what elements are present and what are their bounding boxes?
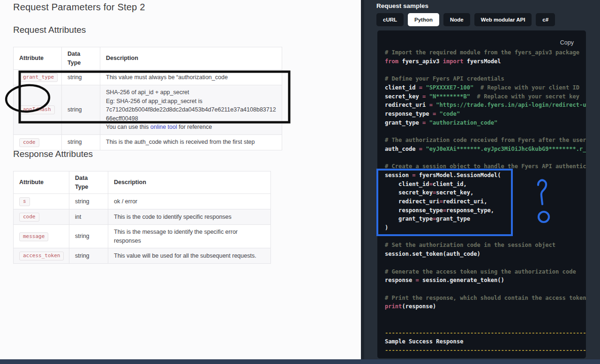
code-line: # Import the required module from the fy… xyxy=(385,48,586,57)
description-line: This is the code to identify specific re… xyxy=(114,213,265,222)
code-line: # Set the authorization code in the sess… xyxy=(385,241,586,250)
column-header: Description xyxy=(108,171,271,194)
tab-python[interactable]: Python xyxy=(408,13,439,26)
attribute-badge: appIdHash xyxy=(19,105,55,114)
code-block: Copy # Import the required module from t… xyxy=(377,30,586,358)
data-type-cell: string xyxy=(69,248,108,264)
request-samples-heading: Request samples xyxy=(376,2,428,9)
response-attributes-table: AttributeData TypeDescription sstringok … xyxy=(13,171,271,264)
code-line: session = fyersModel.SessionModel( xyxy=(385,171,586,180)
code-line: secret_key = "N********B" # Replace with… xyxy=(385,92,586,101)
code-line xyxy=(385,127,586,136)
column-header: Description xyxy=(100,47,282,70)
data-type-cell: string xyxy=(62,134,100,150)
description-cell: This is the auth_code which is received … xyxy=(100,134,282,150)
description-line: ok / error xyxy=(114,197,265,206)
code-line: secret_key=secret_key, xyxy=(385,188,586,197)
code-line xyxy=(385,259,586,267)
code-line xyxy=(385,320,586,329)
code-line: redirect_uri=redirect_uri, xyxy=(385,197,586,206)
code-line: ----------------------------------------… xyxy=(385,346,586,355)
code-line xyxy=(385,66,586,74)
description-line: SHA-256 of api_id + app_secret xyxy=(106,88,276,97)
description-cell: This value will be used for all the subs… xyxy=(108,248,271,264)
code-line: # Generate the access token using the au… xyxy=(385,267,586,276)
page-title: Request Parameters for Step 2 xyxy=(13,2,145,13)
description-line: This value will be used for all the subs… xyxy=(114,252,265,260)
attribute-badge: message xyxy=(19,232,48,241)
code-line: Sample Success Response xyxy=(385,337,586,346)
attribute-badge: access_token xyxy=(19,252,64,260)
language-tabs: cURLPythonNodeWeb modular APIc# xyxy=(376,13,555,26)
description-line: 7c7120d2b5004f8de22d8dc2da0453b4d7e6211e… xyxy=(106,105,276,114)
data-type-cell: string xyxy=(69,194,108,209)
column-header: Attribute xyxy=(14,47,62,70)
code-line: redirect_uri = "https://trade.fyers.in/a… xyxy=(385,101,586,110)
description-line: This is the message to identify the spec… xyxy=(114,228,265,245)
table-row: codeintThis is the code to identify spec… xyxy=(14,209,271,225)
tab-node[interactable]: Node xyxy=(443,13,470,26)
data-type-cell: string xyxy=(69,225,108,248)
request-attributes-table: AttributeData TypeDescription grant_type… xyxy=(13,47,282,150)
table-row: access_tokenstringThis value will be use… xyxy=(14,248,271,264)
code-line: response_type=response_type, xyxy=(385,206,586,215)
attribute-badge: code xyxy=(19,138,39,147)
column-header: Data Type xyxy=(69,171,108,194)
code-line: ----------------------------------------… xyxy=(385,329,586,338)
code-line: auth_code = "eyJ0eXAi*******.eyJpc3MiOiJ… xyxy=(385,145,586,154)
description-cell: ok / error xyxy=(108,194,271,209)
table-row: codestringThis is the auth_code which is… xyxy=(14,134,282,150)
code-content: # Import the required module from the fy… xyxy=(377,30,586,355)
tab-web-modular-api[interactable]: Web modular API xyxy=(474,13,532,26)
code-line: # Print the response, which should conta… xyxy=(385,294,586,303)
table-row: sstringok / error xyxy=(14,194,271,209)
code-line: response = session.generate_token() xyxy=(385,276,586,285)
code-line: ) xyxy=(385,223,586,232)
code-line: response_type = "code" xyxy=(385,110,586,119)
description-cell: This is the code to identify specific re… xyxy=(108,209,271,225)
response-attributes-heading: Response Attributes xyxy=(13,149,93,159)
description-line: Eg: SHA-256 of app_id:app_secret is xyxy=(106,97,276,106)
column-header: Attribute xyxy=(14,171,69,194)
tab-c-[interactable]: c# xyxy=(536,13,555,26)
data-type-cell: string xyxy=(62,70,100,85)
code-line: session.set_token(auth_code) xyxy=(385,250,586,259)
code-line: client_id = "SPXXXXE7-100" # Replace wit… xyxy=(385,83,586,92)
attribute-badge: grant_type xyxy=(19,73,58,82)
code-line: # Define your Fyers API credentials xyxy=(385,74,586,83)
data-type-cell: int xyxy=(69,209,108,225)
copy-button[interactable]: Copy xyxy=(560,39,574,46)
code-line: grant_type = "authorization_code" xyxy=(385,119,586,127)
table-row: grant_typestringThis value must always b… xyxy=(14,70,282,85)
code-line: print(response) xyxy=(385,302,586,311)
code-line: from fyers_apiv3 import fyersModel xyxy=(385,57,586,66)
table-row: messagestringThis is the message to iden… xyxy=(14,225,271,248)
data-type-cell: string xyxy=(62,85,100,135)
attribute-badge: code xyxy=(19,213,39,222)
docs-content-page: Request Parameters for Step 2 Request At… xyxy=(0,0,361,359)
attribute-badge: s xyxy=(19,197,30,206)
code-line: client_id=client_id, xyxy=(385,180,586,189)
code-line xyxy=(385,232,586,241)
table-row: appIdHashstringSHA-256 of api_id + app_s… xyxy=(14,85,282,135)
column-header: Data Type xyxy=(62,47,100,70)
code-line xyxy=(385,311,586,320)
description-line: This value must always be “authorization… xyxy=(106,73,276,82)
request-attributes-heading: Request Attributes xyxy=(13,25,86,35)
description-cell: This value must always be “authorization… xyxy=(100,70,282,85)
description-line: This is the auth_code which is received … xyxy=(106,138,276,147)
code-line: # The authorization code received from F… xyxy=(385,136,586,145)
request-samples-panel: Request samples cURLPythonNodeWeb modula… xyxy=(361,0,600,364)
description-cell: SHA-256 of api_id + app_secretEg: SHA-25… xyxy=(100,85,282,135)
description-line: You can use this online tool for referen… xyxy=(106,123,276,132)
code-line: grant_type=grant_type xyxy=(385,215,586,223)
bottom-bar xyxy=(0,359,600,364)
code-line: # Create a session object to handle the … xyxy=(385,162,586,171)
description-cell: This is the message to identify the spec… xyxy=(108,225,271,248)
description-line: 66ecff00498 xyxy=(106,114,276,123)
tab-curl[interactable]: cURL xyxy=(376,13,404,26)
code-line xyxy=(385,153,586,162)
code-line xyxy=(385,285,586,294)
online-tool-link[interactable]: online tool xyxy=(150,124,177,130)
